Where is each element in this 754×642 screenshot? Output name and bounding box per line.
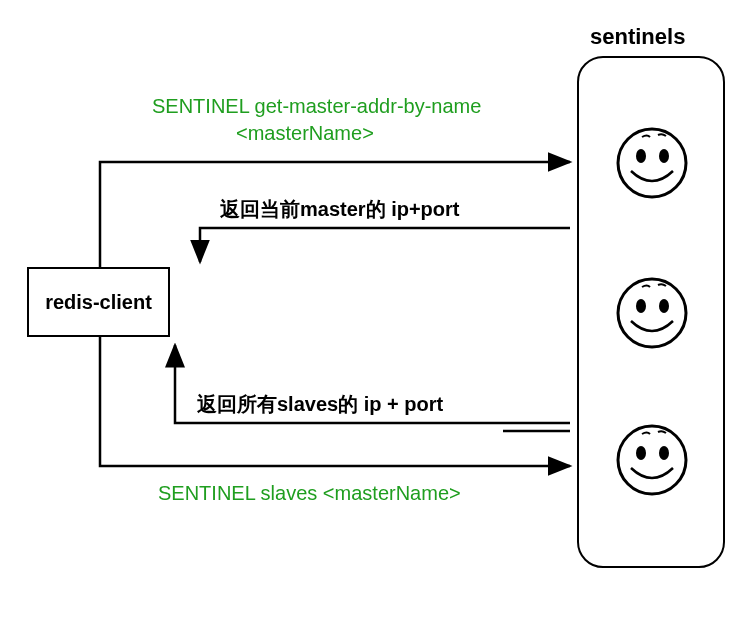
smiley-icon bbox=[614, 125, 690, 201]
svg-point-1 bbox=[636, 149, 646, 163]
svg-point-5 bbox=[659, 299, 669, 313]
svg-point-3 bbox=[618, 279, 686, 347]
svg-point-8 bbox=[659, 446, 669, 460]
svg-point-6 bbox=[618, 426, 686, 494]
svg-point-4 bbox=[636, 299, 646, 313]
svg-point-2 bbox=[659, 149, 669, 163]
redis-client-label: redis-client bbox=[45, 291, 152, 314]
redis-client-box: redis-client bbox=[27, 267, 170, 337]
smiley-icon bbox=[614, 275, 690, 351]
svg-point-0 bbox=[618, 129, 686, 197]
diagram-canvas: sentinels bbox=[0, 0, 754, 642]
svg-point-7 bbox=[636, 446, 646, 460]
smiley-icon bbox=[614, 422, 690, 498]
